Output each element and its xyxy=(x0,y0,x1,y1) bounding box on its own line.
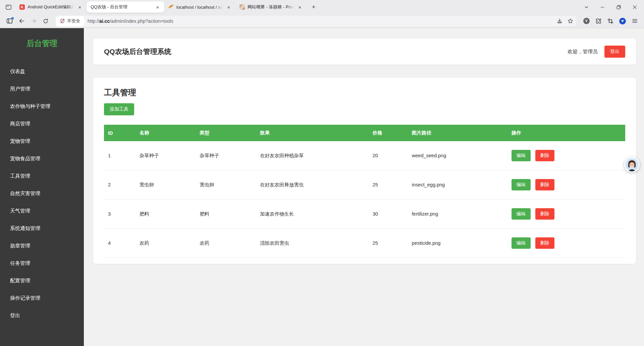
tools-card: 工具管理 添加工具 ID 名称 类型 效果 价格 图片路径 操作 xyxy=(93,78,636,264)
tab-actions-button[interactable] xyxy=(3,2,13,12)
tab-actions-icon xyxy=(5,4,12,10)
cell-image: fertilizer.png xyxy=(408,199,507,229)
url-host: ai.cc xyxy=(99,18,110,24)
sidebar-item-crops-seeds[interactable]: 农作物与种子管理 xyxy=(0,98,84,115)
table-row: 4 农药 农药 清除农田害虫 25 pesticide.png 编辑 删除 xyxy=(104,229,625,258)
tab-title: QQ农场 - 后台管理 xyxy=(91,4,152,10)
cell-id: 4 xyxy=(104,229,136,258)
tab-overview-chevron-button[interactable] xyxy=(580,2,593,12)
cell-id: 3 xyxy=(104,199,136,229)
tab-site-summary[interactable]: 网站概要 - 洛丽糖 - Powered b × xyxy=(235,1,307,13)
col-header-id: ID xyxy=(104,125,136,141)
cell-price: 25 xyxy=(369,229,408,258)
new-tab-button[interactable]: + xyxy=(309,2,319,12)
col-header-actions: 操作 xyxy=(507,125,625,141)
sidebar-item-shop[interactable]: 商店管理 xyxy=(0,115,84,132)
col-header-type: 类型 xyxy=(196,125,256,141)
sidebar-item-pet-food[interactable]: 宠物食品管理 xyxy=(0,150,84,167)
anime-avatar-favicon-icon xyxy=(239,4,245,10)
delete-button[interactable]: 删除 xyxy=(535,179,554,190)
restore-button[interactable] xyxy=(612,2,625,12)
col-header-name: 名称 xyxy=(136,125,196,141)
tab-close-icon[interactable]: × xyxy=(154,4,161,10)
forward-button[interactable] xyxy=(28,16,39,26)
cell-effect: 在好友农田种植杂草 xyxy=(256,141,369,170)
cell-name: 杂草种子 xyxy=(136,141,196,170)
sidebar-item-config[interactable]: 配置管理 xyxy=(0,272,84,289)
v-extension-icon: V xyxy=(583,18,590,24)
close-window-button[interactable] xyxy=(628,2,641,12)
cell-actions: 编辑 删除 xyxy=(507,199,625,229)
cell-effect: 加速农作物生长 xyxy=(256,199,369,229)
bookmark-star-icon[interactable] xyxy=(566,16,575,26)
assistant-avatar xyxy=(625,158,639,171)
browser-logo-button[interactable] xyxy=(617,16,628,26)
sidebar-item-tasks[interactable]: 任务管理 xyxy=(0,254,84,272)
site-security-chip[interactable]: 不安全 xyxy=(56,16,84,26)
admin-sidebar: 后台管理 仪表盘 用户管理 农作物与种子管理 商店管理 宠物管理 宠物食品管理 … xyxy=(0,28,84,346)
security-label: 不安全 xyxy=(67,18,80,24)
save-page-icon[interactable] xyxy=(555,16,564,26)
address-bar[interactable]: 不安全 http://ai.cc/admin/index.php?action=… xyxy=(56,16,576,26)
browser-toolbar: 不安全 http://ai.cc/admin/index.php?action=… xyxy=(0,14,644,28)
sidebar-item-pets[interactable]: 宠物管理 xyxy=(0,132,84,150)
cell-type: 杂草种子 xyxy=(196,141,256,170)
edit-button[interactable]: 编辑 xyxy=(512,179,531,190)
col-header-effect: 效果 xyxy=(256,125,369,141)
cell-image: pesticide.png xyxy=(408,229,507,258)
sidebar-nav: 仪表盘 用户管理 农作物与种子管理 商店管理 宠物管理 宠物食品管理 工具管理 … xyxy=(0,63,84,324)
tab-title: 网站概要 - 洛丽糖 - Powered b xyxy=(248,4,294,10)
extension-v-button[interactable]: V xyxy=(581,16,592,26)
tab-qq-farm-admin[interactable]: QQ农场 - 后台管理 × xyxy=(87,1,164,13)
logout-button[interactable]: 登出 xyxy=(604,46,625,58)
section-title: 工具管理 xyxy=(104,87,625,98)
sidebar-title: 后台管理 xyxy=(0,38,84,49)
extensions-button[interactable] xyxy=(593,16,604,26)
sidebar-item-users[interactable]: 用户管理 xyxy=(0,80,84,98)
sidebar-item-tools[interactable]: 工具管理 xyxy=(0,167,84,185)
cell-name: 害虫卵 xyxy=(136,170,196,199)
add-tool-button[interactable]: 添加工具 xyxy=(104,103,134,115)
edit-button[interactable]: 编辑 xyxy=(512,208,531,220)
cell-effect: 在好友农田释放害虫 xyxy=(256,170,369,199)
sidebar-item-medals[interactable]: 勋章管理 xyxy=(0,237,84,254)
tab-close-icon[interactable]: × xyxy=(225,4,232,10)
screenshot-crop-button[interactable] xyxy=(605,16,616,26)
page-title: QQ农场后台管理系统 xyxy=(104,47,568,56)
menu-button[interactable] xyxy=(629,16,640,26)
url-text: http://ai.cc/admin/index.php?action=tool… xyxy=(88,18,173,24)
edit-button[interactable]: 编辑 xyxy=(512,237,531,249)
edit-button[interactable]: 编辑 xyxy=(512,150,531,161)
minimize-button[interactable] xyxy=(596,2,609,12)
tab-close-icon[interactable]: × xyxy=(297,4,303,10)
sidebar-toggle-button[interactable] xyxy=(4,16,15,26)
cell-price: 25 xyxy=(369,170,408,199)
floating-assistant-widget[interactable] xyxy=(624,157,640,172)
delete-button[interactable]: 删除 xyxy=(535,237,554,249)
cell-id: 2 xyxy=(104,170,136,199)
delete-button[interactable]: 删除 xyxy=(535,150,554,161)
sidebar-item-disasters[interactable]: 自然灾害管理 xyxy=(0,185,84,202)
delete-button[interactable]: 删除 xyxy=(535,208,554,220)
tab-close-icon[interactable]: × xyxy=(76,4,83,10)
col-header-image: 图片路径 xyxy=(408,125,507,141)
insecure-shield-icon xyxy=(60,18,65,24)
sidebar-item-dashboard[interactable]: 仪表盘 xyxy=(0,63,84,80)
col-header-price: 价格 xyxy=(369,125,408,141)
tab-phpmyadmin[interactable]: localhost / localhost / xx | ph × xyxy=(164,1,235,13)
sidebar-item-logs[interactable]: 操作记录管理 xyxy=(0,289,84,307)
table-row: 1 杂草种子 杂草种子 在好友农田种植杂草 20 weed_seed.png 编… xyxy=(104,141,625,170)
sidebar-item-logout[interactable]: 登出 xyxy=(0,307,84,324)
tab-android-quickedit[interactable]: K Android QuickEdit编辑器 - 酷 × xyxy=(15,1,87,13)
page-content: 后台管理 仪表盘 用户管理 农作物与种子管理 商店管理 宠物管理 宠物食品管理 … xyxy=(0,28,644,346)
back-button[interactable] xyxy=(16,16,27,26)
cell-image: insect_egg.png xyxy=(408,170,507,199)
cell-name: 农药 xyxy=(136,229,196,258)
sidebar-item-notifications[interactable]: 系统通知管理 xyxy=(0,220,84,237)
cell-type: 肥料 xyxy=(196,199,256,229)
sidebar-item-weather[interactable]: 天气管理 xyxy=(0,202,84,220)
reload-button[interactable] xyxy=(40,16,51,26)
cell-id: 1 xyxy=(104,141,136,170)
phpmyadmin-favicon-icon xyxy=(168,4,174,10)
tools-table: ID 名称 类型 效果 价格 图片路径 操作 1 杂草种子 杂草种子 在好友农田 xyxy=(104,125,625,258)
